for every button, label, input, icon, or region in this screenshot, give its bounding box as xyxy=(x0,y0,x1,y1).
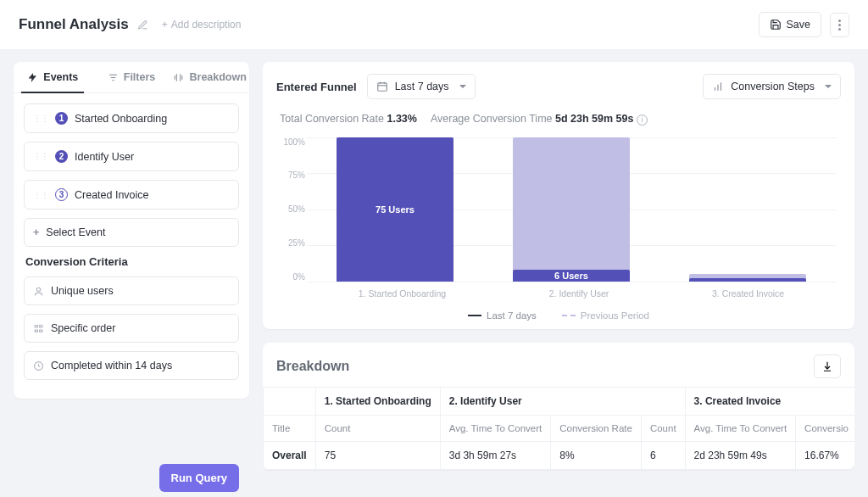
breakdown-heading: Breakdown xyxy=(276,359,349,374)
bar-current: 75 Users xyxy=(337,137,453,282)
table-column-header: Avg. Time To Convert xyxy=(440,415,551,441)
add-description-button[interactable]: + Add description xyxy=(162,19,242,31)
table-column-header: Conversio xyxy=(796,415,854,441)
bar-current: 6 Users xyxy=(513,270,629,282)
table-column-header: Count xyxy=(641,415,685,441)
chevron-down-icon xyxy=(825,85,832,92)
breakdown-table: 1. Started Onboarding2. Identify User3. … xyxy=(263,387,854,470)
drag-handle-icon[interactable]: ⋮⋮ xyxy=(33,114,48,123)
y-axis: 100% 75% 50% 25% 0% xyxy=(276,137,305,282)
page-title: Funnel Analysis xyxy=(19,16,129,33)
bar-value-label: 75 Users xyxy=(376,204,415,215)
event-step-1[interactable]: ⋮⋮ 1 Started Onboarding xyxy=(24,103,239,133)
chart-view-select[interactable]: Conversion Steps xyxy=(703,74,841,99)
table-cell: 6 xyxy=(641,441,685,469)
run-query-button[interactable]: Run Query xyxy=(159,464,239,492)
bar-previous xyxy=(513,137,629,282)
lightning-icon xyxy=(27,72,38,83)
breakdown-icon xyxy=(173,72,184,83)
bar-chart-icon xyxy=(712,81,724,92)
svg-rect-9 xyxy=(35,330,37,332)
table-column-header: Conversion Rate xyxy=(551,415,642,441)
x-axis-label: 2. Identify User xyxy=(549,288,609,299)
event-label: Identify User xyxy=(75,151,134,163)
table-cell: 3d 3h 59m 27s xyxy=(440,441,551,469)
more-menu-button[interactable] xyxy=(830,13,849,37)
svg-point-7 xyxy=(36,288,40,291)
filter-icon xyxy=(108,72,119,83)
criteria-specific-order[interactable]: Specific order xyxy=(24,314,239,343)
conversion-time-stat: Average Conversion Time 5d 23h 59m 59s i xyxy=(431,113,648,126)
date-range-select[interactable]: Last 7 days xyxy=(367,74,476,99)
table-cell: 8% xyxy=(551,441,642,469)
save-icon xyxy=(770,19,782,31)
legend-current: Last 7 days xyxy=(468,310,537,321)
legend-previous: Previous Period xyxy=(562,310,649,321)
svg-rect-8 xyxy=(35,325,37,327)
table-group-header xyxy=(264,387,316,415)
table-cell: 2d 23h 59m 49s xyxy=(685,441,796,469)
row-title: Overall xyxy=(264,441,316,469)
event-step-3[interactable]: ⋮⋮ 3 Created Invoice xyxy=(24,180,239,209)
bar-value-label: 6 Users xyxy=(554,271,588,281)
tab-events[interactable]: Events xyxy=(14,62,92,92)
save-button[interactable]: Save xyxy=(759,12,822,37)
chevron-down-icon xyxy=(459,85,466,92)
table-group-header: 1. Started Onboarding xyxy=(315,387,440,415)
x-axis-label: 1. Started Onboarding xyxy=(359,288,446,299)
conversion-criteria-heading: Conversion Criteria xyxy=(25,255,237,268)
svg-rect-11 xyxy=(40,330,42,332)
conversion-rate-stat: Total Conversion Rate 1.33% xyxy=(280,113,417,125)
drag-handle-icon[interactable]: ⋮⋮ xyxy=(33,152,48,161)
table-column-header: Avg. Time To Convert xyxy=(685,415,796,441)
table-group-header: 3. Created Invoice xyxy=(685,387,854,415)
info-icon[interactable]: i xyxy=(637,114,648,126)
order-icon xyxy=(33,323,44,334)
download-icon xyxy=(821,360,833,372)
criteria-unique-users[interactable]: Unique users xyxy=(24,276,239,305)
table-column-header: Title xyxy=(264,415,316,441)
table-cell: 75 xyxy=(315,441,440,469)
edit-title-icon[interactable] xyxy=(137,20,148,31)
table-row: Overall753d 3h 59m 27s8%62d 23h 59m 49s1… xyxy=(264,441,855,469)
event-label: Started Onboarding xyxy=(75,113,167,125)
x-axis-label: 3. Created Invoice xyxy=(712,288,784,299)
event-label: Created Invoice xyxy=(75,189,149,201)
select-event-button[interactable]: + Select Event xyxy=(24,218,239,247)
step-number-badge: 1 xyxy=(55,112,68,125)
download-button[interactable] xyxy=(814,355,841,378)
bar-group: 6 Users xyxy=(513,137,629,282)
event-step-2[interactable]: ⋮⋮ 2 Identify User xyxy=(24,142,239,171)
clock-icon xyxy=(33,360,44,371)
svg-rect-13 xyxy=(377,83,387,91)
tab-filters[interactable]: Filters xyxy=(92,62,171,92)
step-number-badge: 3 xyxy=(55,188,68,201)
drag-handle-icon[interactable]: ⋮⋮ xyxy=(33,190,48,199)
x-axis: 1. Started Onboarding2. Identify User3. … xyxy=(307,288,836,299)
table-cell: 16.67% xyxy=(796,441,854,469)
user-icon xyxy=(33,286,44,297)
calendar-icon xyxy=(376,81,388,92)
tab-breakdown[interactable]: Breakdown xyxy=(170,62,249,92)
dots-vertical-icon xyxy=(838,20,841,31)
bar-current xyxy=(689,278,805,281)
entered-funnel-label: Entered Funnel xyxy=(276,81,357,93)
step-number-badge: 2 xyxy=(55,150,68,163)
plus-icon: + xyxy=(33,226,39,238)
plus-icon: + xyxy=(162,19,168,31)
table-group-header: 2. Identify User xyxy=(440,387,685,415)
funnel-chart: 100% 75% 50% 25% 0% 75 Users6 Users 1. S… xyxy=(307,137,836,299)
svg-rect-10 xyxy=(40,325,42,327)
bar-group: 75 Users xyxy=(337,137,453,282)
table-column-header: Count xyxy=(315,415,440,441)
bar-group xyxy=(689,137,805,282)
criteria-completed-within[interactable]: Completed within 14 days xyxy=(24,351,239,380)
